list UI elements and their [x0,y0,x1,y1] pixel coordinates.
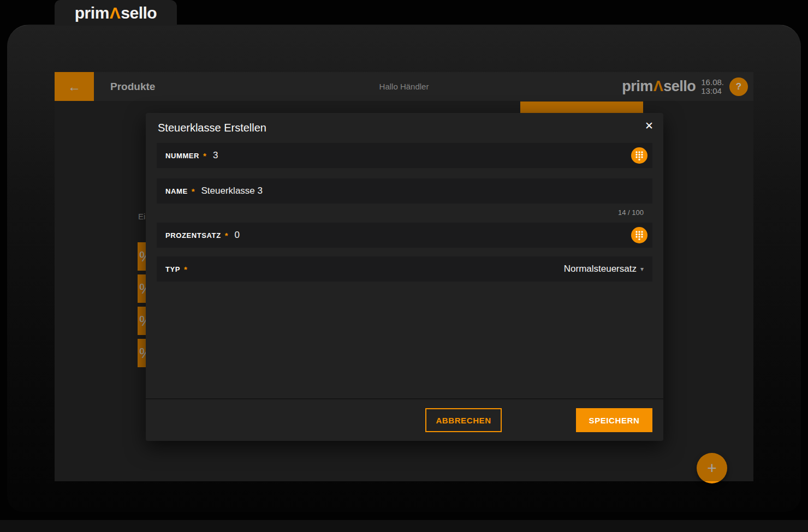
nummer-value: 3 [213,150,218,161]
nummer-field[interactable]: NUMMER * 3 [157,143,652,168]
dialpad-icon [631,147,647,164]
brand-tab: primΛsello [55,0,177,26]
required-asterisk: * [192,187,195,196]
prozentsatz-value: 0 [235,230,240,241]
dialog-footer: ABBRECHEN SPEICHERN [146,399,663,441]
typ-value-text: Normalsteuersatz [564,264,637,274]
dialpad-icon [631,227,647,243]
numpad-button[interactable] [631,227,647,243]
close-icon: ✕ [645,120,653,131]
dialog-title: Steuerklasse Erstellen [158,122,266,134]
close-button[interactable]: ✕ [645,121,653,131]
logo-suffix: sello [121,4,157,22]
prozentsatz-field[interactable]: PROZENTSATZ * 0 [157,223,652,248]
chevron-down-icon: ▾ [640,265,644,273]
typ-selected-value: Normalsteuersatz ▾ [564,264,644,274]
field-label: NAME [165,187,188,195]
required-asterisk: * [184,265,187,274]
numpad-button[interactable] [631,147,647,164]
field-label: TYP [165,265,180,273]
bottom-edge-strip [0,520,808,532]
cancel-button[interactable]: ABBRECHEN [425,408,502,432]
name-value: Steuerklasse 3 [201,186,263,196]
field-label: NUMMER [165,152,199,160]
logo-lambda-icon: Λ [109,4,121,22]
save-button[interactable]: SPEICHERN [576,408,652,432]
field-label: PROZENTSATZ [165,231,221,240]
required-asterisk: * [225,231,228,240]
page-background: primΛsello ← Produkte Hallo Händler prim… [0,0,808,532]
name-field[interactable]: NAME * Steuerklasse 3 [157,178,652,204]
typ-select[interactable]: TYP * Normalsteuersatz ▾ [157,256,652,282]
create-tax-class-dialog: Steuerklasse Erstellen ✕ NUMMER * 3 N [146,113,663,441]
required-asterisk: * [203,151,206,160]
char-counter: 14 / 100 [157,208,644,217]
primasello-logo: primΛsello [75,4,157,22]
logo-prefix: prim [75,4,109,22]
